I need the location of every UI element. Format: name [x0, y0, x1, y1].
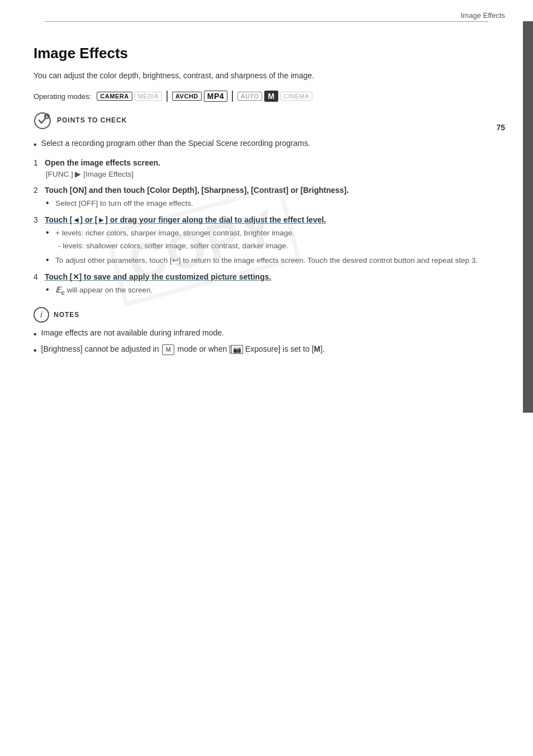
- step-2-text: Touch [ON] and then touch [Color Depth],…: [45, 185, 349, 196]
- points-bullet-item: • Select a recording program other than …: [34, 138, 488, 152]
- mode-badge-avchd: AVCHD: [172, 92, 202, 101]
- bullet-dot-n2: •: [34, 344, 37, 357]
- steps-section: 1 Open the image effects screen. [FUNC.]…: [34, 157, 488, 297]
- step-1-number: 1: [34, 157, 41, 169]
- notes-bullet-2: • [Brightness] cannot be adjusted in M m…: [34, 343, 488, 357]
- notes-section: i NOTES • Image effects are not availabl…: [34, 307, 488, 357]
- step-4: 4 Touch [✕] to save and apply the custom…: [34, 271, 488, 297]
- mode-badge-auto: AUTO: [237, 92, 262, 101]
- inline-m-mode-badge: M: [162, 344, 174, 355]
- step-2-header: 2 Touch [ON] and then touch [Color Depth…: [34, 185, 488, 196]
- step-4-text: Touch [✕] to save and apply the customiz…: [45, 271, 271, 283]
- page-title: Image Effects: [34, 45, 488, 62]
- step-1-sub: [FUNC.] ▶ [Image Effects]: [46, 169, 488, 180]
- step-3-sub-1: • + levels: richer colors, sharper image…: [46, 226, 488, 239]
- exposure-icon: 📷: [231, 345, 243, 354]
- mode-badge-camera: CAMERA: [97, 92, 132, 101]
- step-3-header: 3 Touch [◄] or [►] or drag your finger a…: [34, 214, 488, 226]
- step-3-number: 3: [34, 214, 41, 226]
- step-1-header: 1 Open the image effects screen.: [34, 157, 488, 169]
- notes-bullet-1-text: Image effects are not available during i…: [41, 327, 224, 339]
- mode-badge-m: M: [264, 91, 278, 102]
- bullet-dot-n1: •: [34, 328, 37, 341]
- mode-badge-cinema: CINEMA: [280, 92, 313, 101]
- top-rule: [45, 21, 488, 22]
- svg-point-1: [44, 114, 50, 119]
- step-3-sub-3: • To adjust other parameters, touch [↩] …: [46, 253, 488, 267]
- step-2: 2 Touch [ON] and then touch [Color Depth…: [34, 185, 488, 210]
- bullet-dot-4: •: [46, 285, 49, 294]
- main-content: Image Effects You can adjust the color d…: [34, 0, 488, 357]
- bullet-dot-2: •: [46, 198, 49, 207]
- step-1-text: Open the image effects screen.: [45, 157, 160, 169]
- step-2-sub-1: • Select [OFF] to turn off the image eff…: [46, 196, 488, 210]
- step-4-header: 4 Touch [✕] to save and apply the custom…: [34, 271, 488, 283]
- right-sidebar-accent: [523, 21, 533, 413]
- notes-bullet-2-text: [Brightness] cannot be adjusted in M mod…: [41, 343, 325, 355]
- points-bullets: • Select a recording program other than …: [34, 138, 488, 152]
- points-bullet-text: Select a recording program other than th…: [41, 138, 311, 149]
- operating-modes-row: Operating modes: CAMERA MEDIA AVCHD MP4 …: [34, 91, 488, 102]
- mode-badge-media: MEDIA: [135, 92, 162, 101]
- step-2-number: 2: [34, 185, 41, 196]
- operating-modes-label: Operating modes:: [34, 92, 91, 101]
- step-3-text: Touch [◄] or [►] or drag your finger alo…: [45, 214, 326, 226]
- notes-header: i NOTES: [34, 307, 488, 323]
- points-to-check-content: POINTS TO CHECK: [57, 113, 127, 124]
- bullet-dot-3b: •: [46, 255, 49, 264]
- intro-text: You can adjust the color depth, brightne…: [34, 70, 488, 82]
- notes-icon: i: [34, 307, 49, 323]
- step-4-number: 4: [34, 271, 41, 283]
- check-icon: [34, 112, 51, 130]
- header-label: Image Effects: [461, 11, 505, 20]
- bullet-dot-3a: •: [46, 228, 49, 237]
- notes-label: NOTES: [54, 311, 79, 319]
- mode-badge-mp4: MP4: [204, 91, 227, 102]
- step-3-sub-2: - levels: shallower colors, softer image…: [58, 240, 488, 252]
- points-label: POINTS TO CHECK: [57, 113, 127, 124]
- mode-separator-2: [232, 91, 233, 102]
- page-number: 75: [496, 123, 505, 132]
- mode-separator-1: [166, 91, 168, 102]
- step-4-sub-1: • 𝔼c will appear on the screen.: [46, 283, 488, 297]
- points-section: POINTS TO CHECK: [34, 113, 488, 130]
- step-1: 1 Open the image effects screen. [FUNC.]…: [34, 157, 488, 180]
- notes-bullet-1: • Image effects are not available during…: [34, 327, 488, 341]
- step-4-sub-text: 𝔼c: [55, 286, 64, 294]
- notes-icon-i: i: [40, 310, 42, 320]
- bullet-dot: •: [34, 138, 37, 152]
- notes-bullets: • Image effects are not available during…: [34, 327, 488, 357]
- step-3: 3 Touch [◄] or [►] or drag your finger a…: [34, 214, 488, 266]
- page-container: Image Effects COPY 75 Image Effects You …: [0, 0, 533, 756]
